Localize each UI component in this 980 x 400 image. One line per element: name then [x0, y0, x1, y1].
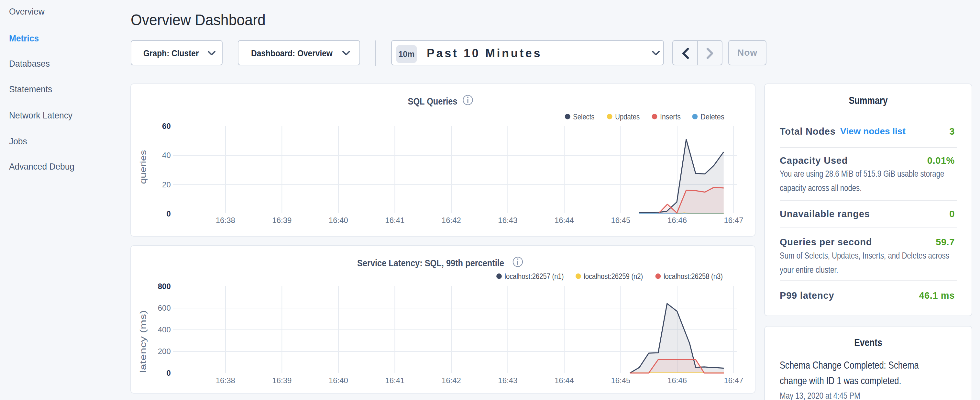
svg-text:localhost:26258 (n3): localhost:26258 (n3) [663, 271, 723, 280]
svg-text:16:41: 16:41 [385, 215, 404, 224]
svg-text:latency (ms): latency (ms) [138, 310, 148, 373]
svg-text:16:43: 16:43 [498, 376, 517, 385]
svg-text:800: 800 [158, 282, 171, 291]
svg-text:400: 400 [158, 325, 171, 334]
svg-text:16:45: 16:45 [611, 215, 630, 224]
svg-text:16:38: 16:38 [216, 376, 235, 385]
svg-text:Inserts: Inserts [660, 112, 681, 121]
svg-text:600: 600 [158, 304, 171, 312]
svg-text:16:38: 16:38 [216, 215, 235, 224]
svg-text:0: 0 [166, 209, 170, 218]
svg-text:16:39: 16:39 [272, 376, 291, 385]
svg-text:0: 0 [166, 369, 170, 377]
svg-text:16:47: 16:47 [724, 376, 743, 385]
svg-text:queries: queries [138, 150, 148, 184]
svg-text:16:43: 16:43 [498, 215, 517, 224]
svg-text:16:40: 16:40 [329, 215, 348, 224]
svg-text:16:42: 16:42 [442, 376, 461, 385]
svg-text:Deletes: Deletes [700, 112, 724, 121]
svg-text:200: 200 [158, 347, 171, 356]
svg-text:16:46: 16:46 [667, 376, 687, 385]
svg-text:16:42: 16:42 [442, 215, 461, 224]
svg-text:16:40: 16:40 [329, 376, 348, 385]
svg-text:16:46: 16:46 [667, 215, 687, 224]
svg-text:16:41: 16:41 [385, 376, 404, 385]
svg-text:localhost:26257 (n1): localhost:26257 (n1) [505, 271, 564, 280]
svg-text:60: 60 [162, 122, 171, 131]
svg-text:16:47: 16:47 [724, 215, 743, 224]
svg-text:16:39: 16:39 [272, 215, 291, 224]
svg-text:40: 40 [162, 151, 171, 159]
svg-text:SQL Queries: SQL Queries [408, 96, 458, 107]
svg-text:localhost:26259 (n2): localhost:26259 (n2) [584, 271, 643, 280]
svg-text:16:44: 16:44 [555, 215, 574, 224]
svg-text:16:45: 16:45 [611, 376, 630, 385]
svg-text:Selects: Selects [573, 112, 594, 121]
svg-text:16:44: 16:44 [555, 376, 574, 385]
svg-text:Updates: Updates [615, 112, 640, 121]
svg-text:20: 20 [162, 180, 171, 189]
svg-text:Service Latency: SQL, 99th per: Service Latency: SQL, 99th percentile [357, 258, 504, 268]
